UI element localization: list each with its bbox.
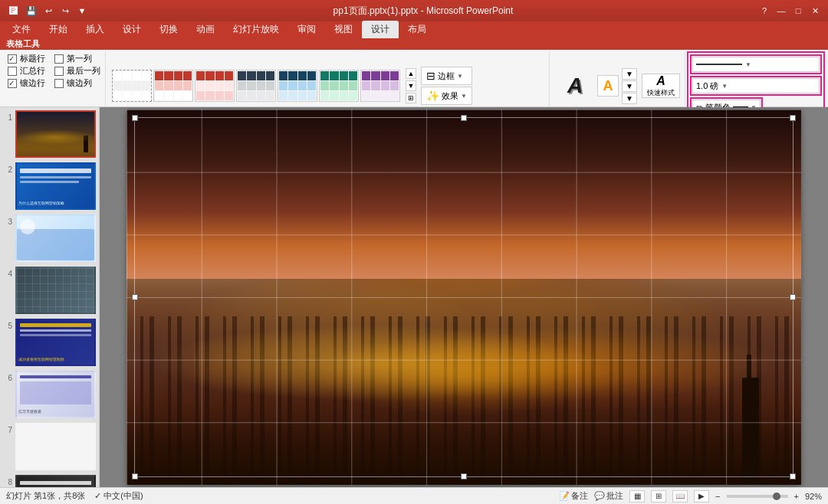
styles-more[interactable]: ⊞ [406, 93, 416, 103]
tab-review[interactable]: 审阅 [288, 21, 325, 38]
border-dropdown-arrow: ▼ [457, 73, 463, 80]
tab-insert[interactable]: 插入 [77, 21, 113, 38]
title-bar: 🅿 💾 ↩ ↪ ▼ pp1页面.pptx(1).pptx - Microsoft… [0, 0, 828, 21]
label-banded-row: 镶边行 [20, 77, 45, 89]
checkbox-header-row[interactable] [8, 54, 17, 64]
tab-slideshow[interactable]: 幻灯片放映 [224, 21, 288, 38]
checkbox-total-row[interactable] [8, 67, 17, 76]
slide-thumb-2[interactable]: 2 为什么选择互联网营销策略 [3, 162, 96, 210]
effect-btn[interactable]: ✨ 效果 ▼ [421, 87, 472, 105]
checkbox-banded-row[interactable] [8, 79, 17, 88]
label-last-col: 最后一列 [67, 65, 100, 77]
tab-tabledesign[interactable]: 设计 [362, 21, 399, 38]
notes-icon: 📝 [559, 491, 570, 501]
border-label: 边框 [438, 70, 455, 82]
slide-img-6[interactable]: 亿万天使投资 [15, 371, 96, 418]
slideshow-btn[interactable]: ▶ [694, 490, 709, 502]
table-style-2[interactable] [195, 70, 235, 102]
checkbox-row-3: 镶边行 镶边列 [8, 77, 92, 89]
slide-thumb-8[interactable]: 8 [3, 475, 96, 487]
slide-thumb-1[interactable]: 1 [3, 110, 96, 158]
slide-img-8[interactable] [15, 475, 96, 487]
slide-thumb-5[interactable]: 5 成功者善用互联网智慧制胜 [3, 319, 96, 366]
tab-layout[interactable]: 布局 [399, 21, 435, 38]
normal-view-btn[interactable]: ▦ [629, 490, 645, 502]
language-indicator: ✓ 中文(中国) [94, 490, 143, 502]
styles-scroll-down[interactable]: ▼ [406, 80, 416, 91]
art-text-style-btn[interactable]: A [556, 67, 594, 105]
tab-view[interactable]: 视图 [325, 21, 362, 38]
tab-file[interactable]: 文件 [3, 21, 40, 38]
table-style-6[interactable] [360, 70, 400, 102]
slide-num-2: 2 [3, 165, 12, 174]
effect-icon: ✨ [426, 90, 439, 102]
title-left: 🅿 💾 ↩ ↪ ▼ [6, 4, 89, 18]
window-title: pp1页面.pptx(1).pptx - Microsoft PowerPoin… [89, 5, 757, 18]
effect-dropdown-arrow: ▼ [461, 93, 467, 100]
comments-label: 批注 [606, 490, 623, 502]
table-style-none[interactable] [112, 70, 152, 102]
app-icon: 🅿 [6, 4, 20, 18]
table-style-1[interactable] [153, 70, 193, 102]
slide-thumb-7[interactable]: 7 [3, 423, 96, 470]
language-label: 中文(中国) [104, 491, 143, 500]
quick-style-btn[interactable]: A 快速样式 [642, 74, 680, 98]
table-style-4[interactable] [278, 70, 317, 102]
slide-num-3: 3 [3, 218, 12, 226]
comments-btn[interactable]: 💬 批注 [594, 490, 623, 502]
border-btn[interactable]: ⊟ 边框 ▼ [421, 67, 472, 85]
art-text-icon: A [567, 74, 583, 98]
slide-thumb-4[interactable]: 4 [3, 267, 96, 314]
status-bar: 幻灯片 第1张，共8张 ✓ 中文(中国) 📝 备注 💬 批注 ▦ ⊞ 📖 ▶ −… [0, 487, 828, 504]
tab-home[interactable]: 开始 [40, 21, 77, 38]
text-fill-btn[interactable]: A [597, 75, 619, 97]
slide-img-4[interactable] [15, 267, 96, 314]
tab-transition[interactable]: 切换 [150, 21, 187, 38]
slide-thumb-6[interactable]: 6 亿万天使投资 [3, 371, 96, 418]
table-style-5[interactable] [319, 70, 359, 102]
effect-label: 效果 [442, 90, 458, 102]
table-style-3[interactable] [236, 70, 276, 102]
line-dropdown-arrow: ▼ [745, 61, 751, 68]
slide-num-1: 1 [3, 113, 12, 122]
slide-img-1[interactable] [15, 110, 96, 158]
zoom-out-btn[interactable]: − [715, 492, 720, 501]
reading-view-btn[interactable]: 📖 [672, 490, 688, 502]
zoom-thumb [773, 493, 780, 500]
customize-btn[interactable]: ▼ [75, 4, 89, 18]
contextual-tab-label: 表格工具 [6, 38, 40, 50]
checkbox-last-col[interactable] [54, 67, 64, 76]
slide-num-4: 4 [3, 270, 12, 278]
text-fill-subbtn[interactable]: ▼ [622, 68, 637, 80]
line-preview [696, 64, 742, 65]
tab-bar: 文件 开始 插入 设计 切换 动画 幻灯片放映 审阅 视图 设计 布局 [0, 21, 828, 38]
save-btn[interactable]: 💾 [25, 4, 38, 18]
tab-animation[interactable]: 动画 [187, 21, 224, 38]
quick-access-toolbar: 💾 ↩ ↪ ▼ [25, 4, 89, 18]
tab-design[interactable]: 设计 [113, 21, 150, 38]
status-left: 幻灯片 第1张，共8张 ✓ 中文(中国) [6, 490, 143, 502]
slide-img-2[interactable]: 为什么选择互联网营销策略 [15, 162, 96, 210]
notes-btn[interactable]: 📝 备注 [559, 490, 588, 502]
slide-img-7[interactable] [15, 423, 96, 470]
grid-overlay [127, 110, 801, 485]
label-total-row: 汇总行 [20, 65, 45, 77]
slide-sorter-btn[interactable]: ⊞ [651, 490, 666, 502]
slide-img-5[interactable]: 成功者善用互联网智慧制胜 [15, 319, 96, 366]
styles-scroll-up[interactable]: ▲ [406, 68, 416, 79]
editing-area [100, 107, 828, 487]
undo-btn[interactable]: ↩ [41, 4, 55, 18]
text-outline-subbtn[interactable]: ▼ [622, 80, 637, 92]
checkbox-first-col[interactable] [54, 54, 64, 64]
slide-thumb-3[interactable]: 3 [3, 214, 96, 262]
text-effect-subbtn[interactable]: ▼ [622, 93, 637, 104]
slide-num-7: 7 [3, 426, 12, 434]
border-icon: ⊟ [426, 70, 435, 82]
checkbox-row-1: 标题行 第一列 [8, 53, 92, 64]
width-dropdown-arrow: ▼ [721, 83, 728, 90]
label-first-col: 第一列 [67, 53, 92, 64]
zoom-slider[interactable] [727, 495, 788, 498]
checkbox-banded-col[interactable] [54, 79, 64, 88]
slide-img-3[interactable] [15, 214, 96, 262]
redo-btn[interactable]: ↪ [58, 4, 72, 18]
